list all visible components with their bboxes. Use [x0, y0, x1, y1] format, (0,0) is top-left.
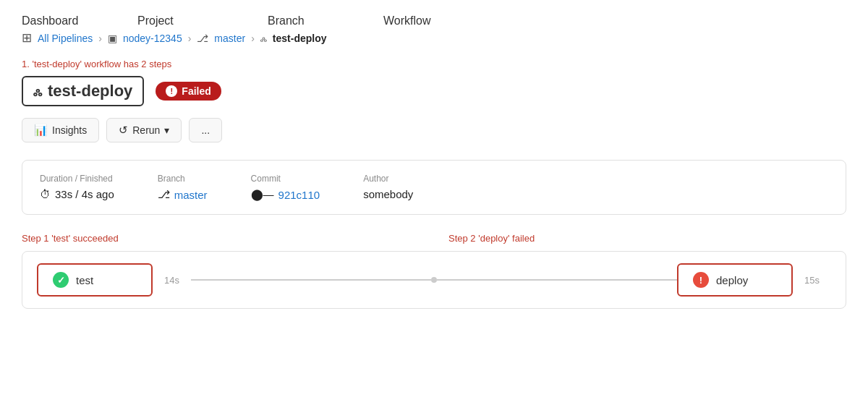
workflow-annotation: 1. 'test-deploy' workflow has 2 steps [22, 57, 846, 70]
commit-value[interactable]: 921c110 [278, 189, 320, 201]
connector-dot [431, 277, 437, 283]
breadcrumb-project-icon: ▣ [108, 33, 117, 44]
clock-icon: ⏱ [40, 188, 51, 200]
commit-label: Commit [251, 174, 320, 184]
breadcrumb-all-pipelines[interactable]: All Pipelines [38, 33, 93, 44]
nav-dashboard-label: Dashboard [22, 14, 137, 27]
meta-card: Duration / Finished ⏱ 33s / 4s ago Branc… [22, 160, 846, 215]
step-annotations: Step 1 'test' succeeded Step 2 'deploy' … [22, 232, 846, 244]
duration-value: 33s / 4s ago [55, 188, 114, 200]
step2-failed-icon: ! [693, 272, 709, 288]
step1-annotation: Step 1 'test' succeeded [22, 232, 434, 244]
connector-line2 [437, 279, 677, 281]
nav-project-label: Project [137, 14, 268, 27]
rerun-chevron-icon: ▾ [164, 124, 169, 136]
status-icon [166, 85, 177, 97]
step1-duration: 14s [164, 275, 179, 286]
steps-flow: ✓ test 14s ! deploy 15s [22, 251, 846, 309]
step1-success-icon: ✓ [53, 272, 69, 288]
rerun-button[interactable]: ↺ Rerun ▾ [106, 118, 182, 142]
workflow-title: test-deploy [48, 82, 132, 101]
breadcrumb-sep2: › [188, 33, 192, 44]
breadcrumb-workflow: test-deploy [273, 33, 327, 44]
status-badge: Failed [156, 82, 221, 101]
workflow-icon: ஃ [33, 83, 42, 100]
breadcrumb-sep1: › [98, 33, 102, 44]
branch-label: Branch [158, 174, 208, 184]
more-label: ... [201, 124, 210, 136]
breadcrumb: ⊞ All Pipelines › ▣ nodey-12345 › ⎇ mast… [22, 30, 846, 46]
insights-button[interactable]: 📊 Insights [22, 118, 99, 142]
status-label: Failed [182, 85, 210, 97]
step1-box: ✓ test [37, 263, 153, 297]
step1-name: test [76, 274, 93, 286]
nav-labels: Dashboard Project Branch Workflow [22, 14, 846, 27]
nav-branch-label: Branch [268, 14, 383, 27]
branch-value-row: ⎇ master [158, 188, 208, 201]
connector-line [191, 279, 431, 281]
workflow-header: ஃ test-deploy Failed [22, 76, 846, 106]
insights-label: Insights [52, 124, 87, 136]
workflow-title-box: ஃ test-deploy [22, 76, 144, 106]
meta-commit: Commit ⬤― 921c110 [251, 174, 320, 201]
branch-value[interactable]: master [174, 189, 208, 201]
breadcrumb-project[interactable]: nodey-12345 [123, 33, 182, 44]
duration-value-row: ⏱ 33s / 4s ago [40, 188, 114, 200]
breadcrumb-sep3: › [251, 33, 255, 44]
author-label: Author [363, 174, 413, 184]
toolbar: 📊 Insights ↺ Rerun ▾ ... [22, 118, 846, 142]
duration-label: Duration / Finished [40, 174, 114, 184]
step-connector [191, 277, 677, 283]
author-value-row: somebody [363, 188, 413, 200]
commit-value-row: ⬤― 921c110 [251, 188, 320, 201]
author-value: somebody [363, 188, 413, 200]
meta-author: Author somebody [363, 174, 413, 200]
branch-icon: ⎇ [158, 188, 170, 201]
step2-box: ! deploy [677, 263, 793, 297]
all-pipelines-icon: ⊞ [22, 30, 32, 46]
meta-duration: Duration / Finished ⏱ 33s / 4s ago [40, 174, 114, 200]
breadcrumb-branch-icon: ⎇ [197, 33, 208, 44]
meta-branch: Branch ⎇ master [158, 174, 208, 201]
commit-icon: ⬤― [251, 188, 274, 201]
more-button[interactable]: ... [189, 118, 222, 142]
breadcrumb-workflow-icon: ஃ [260, 32, 267, 45]
step2-duration: 15s [804, 275, 820, 286]
step2-name: deploy [716, 274, 748, 286]
breadcrumb-branch[interactable]: master [214, 33, 245, 44]
insights-icon: 📊 [34, 124, 48, 137]
rerun-icon: ↺ [119, 124, 128, 137]
nav-workflow-label: Workflow [383, 14, 431, 27]
rerun-label: Rerun [132, 124, 160, 136]
step2-annotation: Step 2 'deploy' failed [434, 232, 846, 244]
